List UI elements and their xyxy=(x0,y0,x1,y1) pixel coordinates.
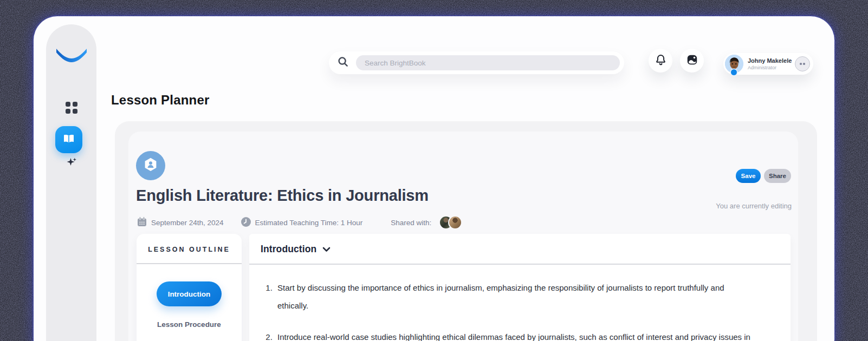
gallery-icon xyxy=(686,54,698,68)
outline-item-lesson-procedure[interactable]: Lesson Procedure xyxy=(137,320,242,329)
brightbook-logo-icon xyxy=(56,47,87,64)
section-panel: Introduction Start by discussing the imp… xyxy=(249,234,791,341)
user-avatar xyxy=(725,55,743,73)
share-button[interactable]: Share xyxy=(764,169,791,183)
lesson-date-text: September 24th, 2024 xyxy=(151,219,224,227)
search-bar xyxy=(329,51,624,74)
bell-icon xyxy=(656,54,666,68)
page-title: Lesson Planner xyxy=(111,93,210,108)
lesson-date: September 24th, 2024 xyxy=(137,217,224,228)
two-dots-icon xyxy=(800,63,802,65)
lesson-badge xyxy=(136,151,165,180)
gallery-button[interactable] xyxy=(680,49,704,73)
outline-divider xyxy=(137,263,242,264)
sidebar-item-dashboard[interactable] xyxy=(66,102,77,114)
save-button[interactable]: Save xyxy=(736,169,761,183)
sidebar-item-lessons-active[interactable] xyxy=(55,126,82,153)
notifications-button[interactable] xyxy=(649,49,672,73)
ai-sparkles-icon xyxy=(66,159,77,168)
user-name: Johny Makelele xyxy=(748,57,795,64)
lesson-teaching-time: Estimated Teaching Time: 1 Hour xyxy=(241,217,363,228)
search-icon xyxy=(338,56,348,69)
shared-with: Shared with: xyxy=(391,215,462,229)
clock-icon xyxy=(241,217,251,228)
section-divider xyxy=(249,264,791,265)
user-role: Administrator xyxy=(748,65,795,70)
planner-outer-card: Save Share English Literature: Ethics in… xyxy=(115,121,817,341)
lesson-steps-list: Start by discussing the importance of et… xyxy=(264,279,754,341)
outline-item-introduction[interactable]: Introduction xyxy=(157,281,222,306)
search-input[interactable] xyxy=(356,55,620,70)
planner-inner-card: Save Share English Literature: Ethics in… xyxy=(128,132,798,341)
lesson-title: English Literature: Ethics in Journalism xyxy=(136,187,429,205)
lesson-outline-panel: LESSON OUTLINE Introduction Lesson Proce… xyxy=(137,234,242,341)
lesson-step: Start by discussing the importance of et… xyxy=(275,279,754,314)
sidebar-item-ai-assist[interactable] xyxy=(66,158,77,169)
lesson-meta-row: September 24th, 2024 Estimated Teaching … xyxy=(137,215,462,229)
profile-more-button[interactable] xyxy=(795,56,810,71)
teaching-time-text: Estimated Teaching Time: 1 Hour xyxy=(255,219,363,227)
screenshot-stage: Johny Makelele Administrator Lesson Plan… xyxy=(0,0,868,341)
shared-with-label: Shared with: xyxy=(391,219,431,227)
user-profile-chip[interactable]: Johny Makelele Administrator xyxy=(723,53,813,75)
hexagon-user-icon xyxy=(143,157,158,174)
section-header[interactable]: Introduction xyxy=(249,234,791,255)
sidebar xyxy=(46,24,96,341)
lesson-outline-header: LESSON OUTLINE xyxy=(137,246,242,253)
calendar-icon xyxy=(137,217,147,228)
shared-avatars xyxy=(439,215,462,229)
grid-dashboard-icon xyxy=(66,102,70,107)
online-badge xyxy=(731,69,737,75)
app-window: Johny Makelele Administrator Lesson Plan… xyxy=(34,16,834,341)
editing-status: You are currently editing xyxy=(716,202,792,210)
shared-avatar-2 xyxy=(448,215,462,229)
open-book-icon xyxy=(63,134,75,146)
user-meta: Johny Makelele Administrator xyxy=(748,57,795,70)
section-title: Introduction xyxy=(261,244,316,255)
chevron-down-icon xyxy=(322,245,331,254)
lesson-step: Introduce real-world case studies highli… xyxy=(275,328,754,341)
